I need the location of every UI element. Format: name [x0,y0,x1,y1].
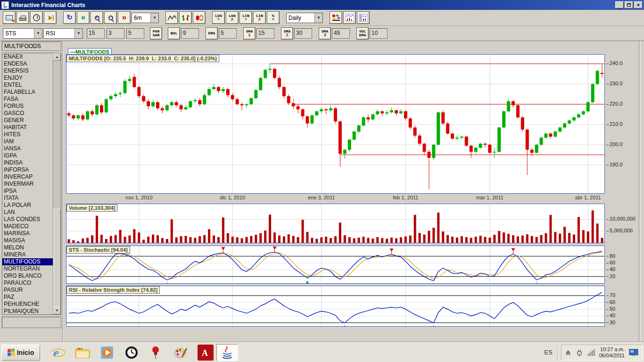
bollinger-button[interactable]: BOL [168,27,180,40]
close-button[interactable]: × [634,1,643,8]
dropdown-arrow-icon[interactable]: ▼ [74,29,83,38]
list-item[interactable]: MASISA [2,237,53,244]
list-item[interactable]: PAZ [2,294,53,301]
list-item[interactable]: ENAEX [2,53,53,60]
linear-equal-scale-button[interactable]: LIN= [239,11,252,24]
list-item[interactable]: HITES [2,131,53,138]
media-player-icon[interactable] [99,345,115,360]
list-item[interactable]: INVERCAP [2,173,53,181]
list-item[interactable]: ITATA [2,195,53,202]
show-hidden-icons-chevron[interactable] [565,350,571,355]
list-item[interactable]: PEHUENCHE [2,301,53,308]
sma2-button[interactable]: SMA2 [281,27,293,40]
bollinger-param-field[interactable]: 9 [181,28,199,39]
list-item[interactable]: PASUR [2,287,53,294]
list-item[interactable]: MULTIFOODS [2,258,53,265]
print-button[interactable] [17,11,29,24]
signal-strength-icon[interactable] [588,349,595,356]
list-item[interactable]: INDISA [2,159,53,166]
file-explorer-icon[interactable] [75,345,90,360]
sts-param2-field[interactable]: 3 [107,28,124,39]
list-item[interactable]: FASA [2,96,53,103]
dropdown-arrow-icon[interactable]: ▼ [34,29,42,38]
scroll-up-button[interactable]: ▲ [53,53,61,61]
list-item[interactable]: LAN [2,209,53,216]
volume-ema-param-field[interactable]: 10 [370,28,388,39]
list-item[interactable]: INVERMAR [2,181,53,188]
zoom-in-button[interactable]: + [91,11,103,24]
sma1-param-field[interactable]: 15 [256,28,274,39]
screen-capture-button[interactable] [3,11,16,24]
sma3-button[interactable]: SMA3 [319,27,331,40]
dropdown-arrow-icon[interactable]: ▼ [150,13,158,23]
symbol-input[interactable]: MULTIFOODS [2,41,61,51]
minimize-button[interactable]: _ [615,1,624,8]
list-item[interactable]: ENJOY [2,74,53,82]
power-plug-icon[interactable] [575,348,584,357]
frequency-select[interactable]: Daily ▼ [286,13,323,23]
stochastic-panel[interactable] [66,246,605,284]
list-item[interactable]: ENTEL [2,82,53,89]
volume-ema-button[interactable]: VOLEMA [356,27,369,40]
list-item[interactable]: IPSA [2,188,53,195]
pushpin-icon[interactable] [149,345,164,360]
legend-colors-button[interactable] [330,11,342,24]
list-item[interactable]: NORTEGRAN [2,265,53,272]
list-item[interactable]: GENER [2,117,53,124]
list-item[interactable]: IANSA [2,145,53,152]
list-item[interactable]: ENDESA [2,60,53,67]
list-item[interactable]: INFORSA [2,166,53,173]
list-item[interactable]: HABITAT [2,124,53,131]
adobe-reader-icon[interactable]: A [198,345,214,361]
list-item[interactable]: LAS CONDES [2,216,53,223]
refresh-button[interactable]: ↻ [63,11,76,24]
list-item[interactable]: MARINSA [2,230,53,237]
list-item[interactable]: ENERSIS [2,67,53,74]
list-item[interactable]: FORUS [2,103,53,110]
line-chart-button[interactable] [165,11,178,24]
ohlc-chart-button[interactable] [179,11,192,24]
scroll-down-button[interactable]: ▼ [53,307,61,314]
sma2-param-field[interactable]: 30 [294,28,312,39]
ema-param-field[interactable]: 5 [219,28,237,39]
list-item[interactable]: PILMAIQUEN [2,308,53,315]
clock-icon[interactable] [124,345,139,360]
sma1-button[interactable]: SMA1 [243,27,256,40]
zoom-out-button[interactable]: − [104,11,117,24]
dropdown-arrow-icon[interactable]: ▼ [314,13,322,23]
sound-button[interactable] [44,11,57,24]
log-equal-scale-button[interactable]: LOG= [212,11,225,24]
price-volume-view-button[interactable] [343,11,356,24]
list-item[interactable]: GASCO [2,110,53,117]
list-scrollbar[interactable]: ▲ ▼ [53,53,61,314]
list-item[interactable]: PARAUCO [2,280,53,287]
show-desktop-icon[interactable] [629,349,638,356]
list-item[interactable]: ORO BLANCO [2,272,53,280]
volume-panel[interactable] [66,204,605,243]
list-item[interactable]: MELON [2,244,53,251]
scroll-back-button[interactable]: « [77,11,90,24]
sma3-param-field[interactable]: 45 [332,28,350,39]
tray-clock[interactable]: 10:27 a.m. 06/04/2011 [599,346,625,359]
symbol-listbox[interactable]: ENAEXENDESAENERSISENJOYENTELFALABELLAFAS… [2,53,61,315]
indicator2-select[interactable]: RSI ▼ [43,28,83,39]
internet-explorer-icon[interactable]: e [50,345,66,360]
sts-param3-field[interactable]: 5 [126,28,144,39]
parabolic-sar-button[interactable]: PARSAR [150,27,162,40]
list-item[interactable]: LA POLAR [2,202,53,209]
indicator1-select[interactable]: STS ▼ [3,28,42,39]
start-button[interactable]: Inicio [1,345,40,361]
sts-param1-field[interactable]: 15 [87,28,105,39]
list-item[interactable]: IGPA [2,152,53,159]
language-indicator[interactable]: ES [544,349,552,356]
maximize-button[interactable] [625,1,633,8]
linear-unequal-scale-button[interactable]: LIN≠ [253,11,266,24]
scrollbar-thumb[interactable] [53,209,61,308]
taskbar-java-app-button[interactable] [216,344,238,361]
log-unequal-scale-button[interactable]: LOG≠ [226,11,239,24]
candlestick-chart-button[interactable] [193,11,206,24]
period-select[interactable]: 6m ▼ [132,13,159,23]
secondary-symbol-input[interactable] [2,317,61,328]
timer-button[interactable] [30,11,43,24]
list-item[interactable]: MADECO [2,223,53,230]
